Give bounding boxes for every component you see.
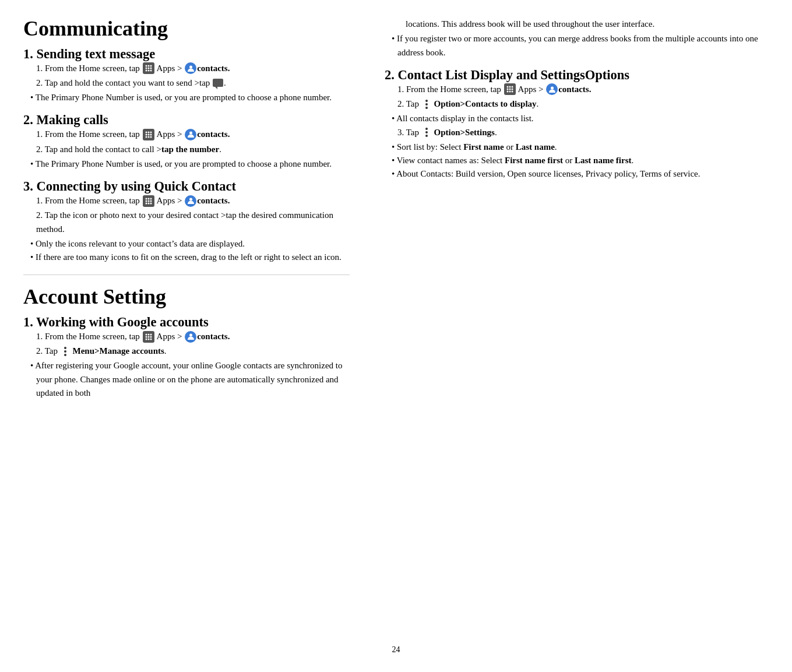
section2-line2: 2. Tap and hold the contact to call >tap… [23,143,350,156]
section-google-accounts: 1. Working with Google accounts 1. From … [23,315,350,400]
right-line-locations: locations. This address book will be use… [385,17,769,31]
menu-icon-3 [422,126,431,138]
section5-bullet1: All contacts display in the contacts lis… [385,112,769,125]
svg-point-2 [189,198,192,201]
section1-bullet1: The Primary Phone Number is used, or you… [23,91,350,104]
section-sending-text: 1. Sending text message 1. From the Home… [23,47,350,105]
svg-point-4 [551,86,554,89]
account-title: Account Setting [23,286,350,309]
left-column: Communicating 1. Sending text message 1.… [23,17,350,404]
section5-line3: 3. Tap Option>Settings. [385,126,769,139]
menu-icon [61,346,70,357]
apps-label: Apps [157,64,175,73]
contacts-label-1: contacts [197,64,228,73]
section-making-calls: 2. Making calls 1. From the Home screen,… [23,112,350,171]
section5-line2: 2. Tap Option>Contacts to display. [385,97,769,111]
section5-line1: 1. From the Home screen, tap Apps > cont… [385,83,769,96]
section2-bullet1: The Primary Phone Number is used, or you… [23,157,350,171]
page-title: Communicating [23,17,350,41]
apps-icon-2 [143,129,154,140]
section5-heading: 2. Contact List Display and SettingsOpti… [385,68,769,83]
contacts-icon-4 [185,331,196,343]
contacts-icon-3 [185,195,196,207]
section4-line2: 2. Tap Menu>Manage accounts. [23,344,350,358]
page-number: 24 [392,645,400,655]
section5-bullet3: View contact names as: Select First name… [385,154,769,167]
right-bullet-merge: If you register two or more accounts, yo… [385,32,769,59]
apps-icon-3 [143,195,154,207]
svg-point-0 [189,65,192,68]
section5-bullet2: Sort list by: Select First name or Last … [385,140,769,154]
page-layout: Communicating 1. Sending text message 1.… [23,17,769,404]
contacts-icon [185,62,196,74]
section-contact-list: 2. Contact List Display and SettingsOpti… [385,68,769,181]
section4-line1: 1. From the Home screen, tap Apps > cont… [23,330,350,343]
section1-line1: 1. From the Home screen, tap Apps > cont… [23,62,350,75]
section1-heading: 1. Sending text message [23,47,350,62]
section3-bullet2: If there are too many icons to fit on th… [23,251,350,264]
section5-bullet4: About Contacts: Build version, Open sour… [385,167,769,181]
section2-line1: 1. From the Home screen, tap Apps > cont… [23,128,350,141]
apps-icon-5 [504,83,516,95]
section3-line1: 1. From the Home screen, tap Apps > cont… [23,194,350,207]
svg-point-3 [189,334,192,337]
right-continuation: locations. This address book will be use… [385,17,769,59]
section-quick-contact: 3. Connecting by using Quick Contact 1. … [23,179,350,264]
section3-line2: 2. Tap the icon or photo next to your de… [23,209,350,236]
section4-bullet1: After registering your Google account, y… [23,359,350,400]
divider [23,275,350,275]
section3-bullet1: Only the icons relevant to your contact’… [23,237,350,251]
apps-icon [143,62,154,74]
section1-line2: 2. Tap and hold the contact you want to … [23,76,350,90]
contacts-icon-2 [185,129,196,140]
contacts-icon-5 [546,83,558,95]
section3-heading: 3. Connecting by using Quick Contact [23,179,350,194]
menu-icon-2 [422,98,431,110]
section4-heading: 1. Working with Google accounts [23,315,350,330]
svg-point-1 [189,132,192,135]
apps-icon-4 [143,331,154,343]
right-column: locations. This address book will be use… [373,17,769,404]
section2-heading: 2. Making calls [23,112,350,128]
msg-icon [213,79,223,87]
